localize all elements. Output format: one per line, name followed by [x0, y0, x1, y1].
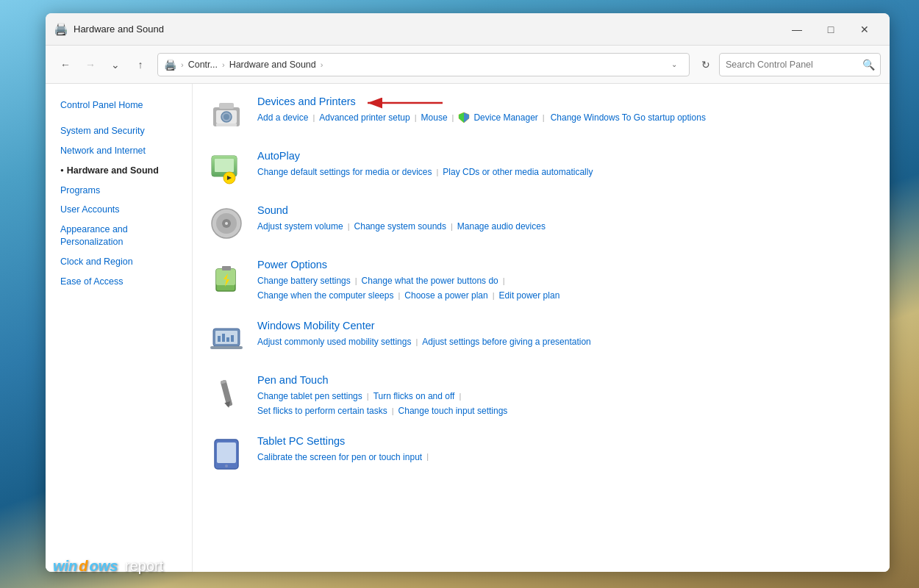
section-sound: Sound Adjust system volume | Change syst…: [207, 204, 872, 243]
sidebar: Control Panel Home System and Security N…: [46, 84, 193, 572]
autoplay-links: Change default settings for media or dev…: [257, 165, 872, 179]
power-options-icon: [207, 259, 246, 297]
svg-rect-30: [231, 335, 234, 342]
address-icon: 🖨️: [164, 59, 176, 71]
power-options-title[interactable]: Power Options: [257, 259, 872, 270]
link-mouse[interactable]: Mouse: [421, 110, 448, 125]
link-device-manager[interactable]: Device Manager: [458, 110, 537, 125]
maximize-button[interactable]: □: [815, 18, 847, 41]
tablet-pc-content: Tablet PC Settings Calibrate the screen …: [257, 435, 872, 465]
sidebar-item-system-security[interactable]: System and Security: [54, 121, 183, 141]
link-presentation[interactable]: Adjust settings before giving a presenta…: [422, 334, 590, 349]
pen-touch-icon: [207, 374, 246, 412]
sidebar-item-ease-access[interactable]: Ease of Access: [54, 272, 183, 292]
svg-rect-28: [222, 334, 225, 342]
link-computer-sleeps[interactable]: Change when the computer sleeps: [257, 288, 393, 303]
window-title: Hardware and Sound: [74, 24, 781, 35]
watermark-win: win: [53, 558, 77, 575]
mobility-links: Adjust commonly used mobility settings |…: [257, 334, 872, 349]
toolbar: ← → ⌄ ↑ 🖨️ › Contr... › Hardware and Sou…: [46, 46, 890, 84]
pen-touch-links2: Set flicks to perform certain tasks | Ch…: [257, 404, 872, 418]
svg-point-19: [225, 222, 228, 225]
link-change-default-media[interactable]: Change default settings for media or dev…: [257, 165, 432, 179]
link-play-cds[interactable]: Play CDs or other media automatically: [443, 165, 593, 179]
titlebar: 🖨️ Hardware and Sound — □ ✕: [46, 13, 890, 46]
tablet-pc-title[interactable]: Tablet PC Settings: [257, 435, 872, 447]
sidebar-item-hardware-sound[interactable]: Hardware and Sound: [54, 161, 183, 181]
link-power-buttons[interactable]: Change what the power buttons do: [362, 273, 498, 288]
link-tablet-pen[interactable]: Change tablet pen settings: [257, 389, 362, 404]
svg-point-3: [224, 114, 229, 120]
window-icon: 🖨️: [54, 23, 68, 36]
section-devices-printers: Devices and Printers Add a de: [207, 96, 872, 134]
address-dropdown-button[interactable]: ⌄: [665, 54, 683, 75]
svg-rect-13: [215, 159, 234, 172]
mobility-title[interactable]: Windows Mobility Center: [257, 320, 872, 331]
pen-touch-title[interactable]: Pen and Touch: [257, 374, 872, 386]
link-touch-input[interactable]: Change touch input settings: [398, 404, 508, 418]
watermark-ows: ows: [90, 558, 118, 575]
device-manager-shield-icon: [458, 112, 470, 123]
sidebar-item-network-internet[interactable]: Network and Internet: [54, 141, 183, 161]
link-power-plan[interactable]: Choose a power plan: [404, 288, 487, 303]
sidebar-item-appearance[interactable]: Appearance and Personalization: [54, 220, 183, 252]
section-power-options: Power Options Change battery settings | …: [207, 259, 872, 304]
section-mobility: Windows Mobility Center Adjust commonly …: [207, 320, 872, 358]
content-area: Devices and Printers Add a de: [193, 84, 890, 572]
minimize-button[interactable]: —: [781, 18, 813, 41]
search-button[interactable]: 🔍: [857, 53, 880, 76]
link-manage-audio[interactable]: Manage audio devices: [457, 219, 546, 234]
link-adjust-volume[interactable]: Adjust system volume: [257, 219, 343, 234]
watermark: windows report: [53, 558, 163, 575]
link-add-device[interactable]: Add a device: [257, 110, 308, 125]
forward-button[interactable]: →: [79, 54, 101, 75]
link-mobility-settings[interactable]: Adjust commonly used mobility settings: [257, 334, 411, 349]
svg-rect-26: [210, 346, 243, 349]
titlebar-controls: — □ ✕: [781, 18, 881, 41]
svg-point-36: [225, 465, 228, 467]
sidebar-item-programs[interactable]: Programs: [54, 181, 183, 201]
sound-links: Adjust system volume | Change system sou…: [257, 219, 872, 234]
autoplay-icon: [207, 150, 246, 188]
address-hardware: Hardware and Sound: [229, 60, 316, 70]
devices-printers-icon: [207, 96, 246, 134]
link-windows-to-go[interactable]: Change Windows To Go startup options: [551, 110, 706, 125]
sound-title[interactable]: Sound: [257, 204, 872, 216]
back-button[interactable]: ←: [54, 54, 76, 75]
address-sep-2: ›: [222, 60, 225, 69]
autoplay-content: AutoPlay Change default settings for med…: [257, 150, 872, 179]
sidebar-item-control-panel-home[interactable]: Control Panel Home: [54, 96, 183, 115]
sidebar-item-user-accounts[interactable]: User Accounts: [54, 200, 183, 220]
close-button[interactable]: ✕: [848, 18, 881, 41]
sound-content: Sound Adjust system volume | Change syst…: [257, 204, 872, 234]
mobility-content: Windows Mobility Center Adjust commonly …: [257, 320, 872, 349]
up-button[interactable]: ↑: [129, 54, 151, 75]
arrow-annotation: [362, 96, 450, 110]
address-contr: Contr...: [188, 60, 218, 70]
mobility-icon: [207, 320, 246, 358]
svg-rect-35: [217, 442, 236, 463]
recent-locations-button[interactable]: ⌄: [104, 54, 126, 75]
link-edit-power-plan[interactable]: Edit power plan: [499, 288, 560, 303]
power-options-content: Power Options Change battery settings | …: [257, 259, 872, 304]
link-change-sounds[interactable]: Change system sounds: [354, 219, 446, 234]
svg-marker-9: [464, 112, 469, 123]
devices-printers-links: Add a device | Advanced printer setup | …: [257, 110, 872, 125]
link-calibrate-screen[interactable]: Calibrate the screen for pen or touch in…: [257, 450, 422, 465]
devices-printers-title[interactable]: Devices and Printers: [257, 96, 356, 107]
sidebar-item-clock-region[interactable]: Clock and Region: [54, 252, 183, 272]
search-box: 🔍: [719, 53, 881, 76]
section-pen-touch: Pen and Touch Change tablet pen settings…: [207, 374, 872, 419]
link-flick-tasks[interactable]: Set flicks to perform certain tasks: [257, 404, 387, 418]
main-layout: Control Panel Home System and Security N…: [46, 84, 890, 572]
tablet-pc-links: Calibrate the screen for pen or touch in…: [257, 450, 872, 465]
link-flicks[interactable]: Turn flicks on and off: [373, 389, 455, 404]
autoplay-title[interactable]: AutoPlay: [257, 150, 872, 162]
refresh-button[interactable]: ↻: [695, 54, 716, 75]
link-battery-settings[interactable]: Change battery settings: [257, 273, 351, 288]
power-options-links2: Change when the computer sleeps | Choose…: [257, 288, 872, 303]
devices-printers-content: Devices and Printers Add a de: [257, 96, 872, 125]
link-advanced-printer[interactable]: Advanced printer setup: [319, 110, 410, 125]
search-input[interactable]: [720, 60, 857, 70]
power-options-links: Change battery settings | Change what th…: [257, 273, 872, 288]
